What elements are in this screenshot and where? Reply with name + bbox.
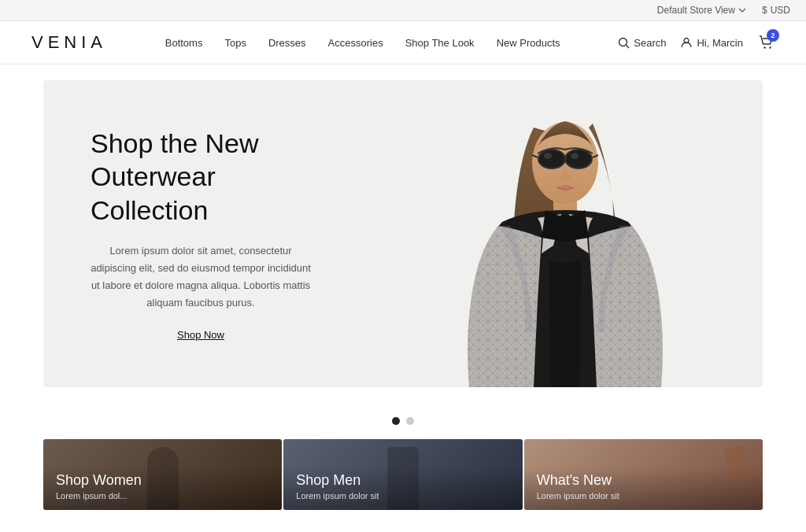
category-overlay-women: Shop Women Lorem ipsum dol... — [43, 439, 282, 510]
nav-bottoms[interactable]: Bottoms — [165, 37, 203, 49]
category-desc-women: Lorem ipsum dol... — [56, 491, 269, 501]
category-card-men[interactable]: Shop Men Lorem ipsum dolor sit — [283, 439, 522, 510]
store-label: Default Store View — [657, 5, 735, 16]
header-actions: Search Hi, Marcin 2 — [618, 34, 775, 51]
account-button[interactable]: Hi, Marcin — [680, 36, 743, 49]
chevron-down-icon — [738, 8, 746, 13]
logo[interactable]: VENIA — [31, 32, 107, 53]
nav-dresses[interactable]: Dresses — [268, 37, 306, 49]
category-overlay-men: Shop Men Lorem ipsum dolor sit — [283, 439, 522, 510]
hero-cta[interactable]: Shop Now — [91, 329, 311, 341]
hero-content: Shop the NewOuterwear Collection Lorem i… — [43, 95, 358, 373]
currency-label: USD — [771, 5, 790, 16]
category-card-new[interactable]: What's New Lorem ipsum dolor sit — [524, 439, 763, 510]
top-bar: Default Store View $ USD — [0, 0, 806, 21]
search-button[interactable]: Search — [618, 37, 666, 49]
store-selector[interactable]: Default Store View — [657, 5, 746, 16]
hero-image — [367, 80, 763, 387]
category-section: Shop Women Lorem ipsum dol... Shop Men L… — [0, 439, 806, 510]
carousel-dot-1[interactable] — [392, 417, 400, 425]
nav-new-products[interactable]: New Products — [497, 37, 560, 49]
account-icon — [680, 36, 693, 49]
category-card-women[interactable]: Shop Women Lorem ipsum dol... — [43, 439, 282, 510]
svg-point-0 — [619, 38, 627, 46]
svg-point-15 — [566, 150, 591, 168]
cart-badge: 2 — [767, 29, 779, 42]
hero-figure-svg — [408, 80, 723, 387]
search-icon — [618, 37, 630, 49]
nav-tops[interactable]: Tops — [224, 37, 246, 49]
main-nav: Bottoms Tops Dresses Accessories Shop Th… — [165, 37, 560, 49]
svg-line-1 — [627, 45, 630, 48]
cart-button[interactable]: 2 — [757, 34, 775, 51]
nav-accessories[interactable]: Accessories — [328, 37, 383, 49]
svg-point-13 — [539, 150, 564, 168]
category-overlay-new: What's New Lorem ipsum dolor sit — [524, 439, 763, 510]
currency-symbol: $ — [762, 5, 767, 16]
nav-shop-the-look[interactable]: Shop The Look — [405, 37, 475, 49]
hero-section: Shop the NewOuterwear Collection Lorem i… — [43, 80, 763, 387]
header: VENIA Bottoms Tops Dresses Accessories S… — [0, 21, 806, 65]
carousel-dots — [0, 403, 806, 439]
svg-point-3 — [763, 46, 765, 48]
category-desc-men: Lorem ipsum dolor sit — [296, 491, 509, 501]
category-title-new: What's New — [537, 472, 750, 489]
category-title-men: Shop Men — [296, 472, 509, 489]
category-title-women: Shop Women — [56, 472, 269, 489]
category-desc-new: Lorem ipsum dolor sit — [537, 491, 750, 501]
hero-title: Shop the NewOuterwear Collection — [91, 127, 311, 227]
currency-selector[interactable]: $ USD — [762, 5, 790, 16]
svg-point-20 — [571, 153, 579, 159]
account-label: Hi, Marcin — [697, 37, 743, 49]
svg-point-19 — [544, 153, 552, 159]
search-label: Search — [634, 37, 666, 49]
svg-point-4 — [769, 46, 771, 48]
hero-description: Lorem ipsum dolor sit amet, consectetur … — [91, 242, 311, 312]
carousel-dot-2[interactable] — [406, 417, 414, 425]
